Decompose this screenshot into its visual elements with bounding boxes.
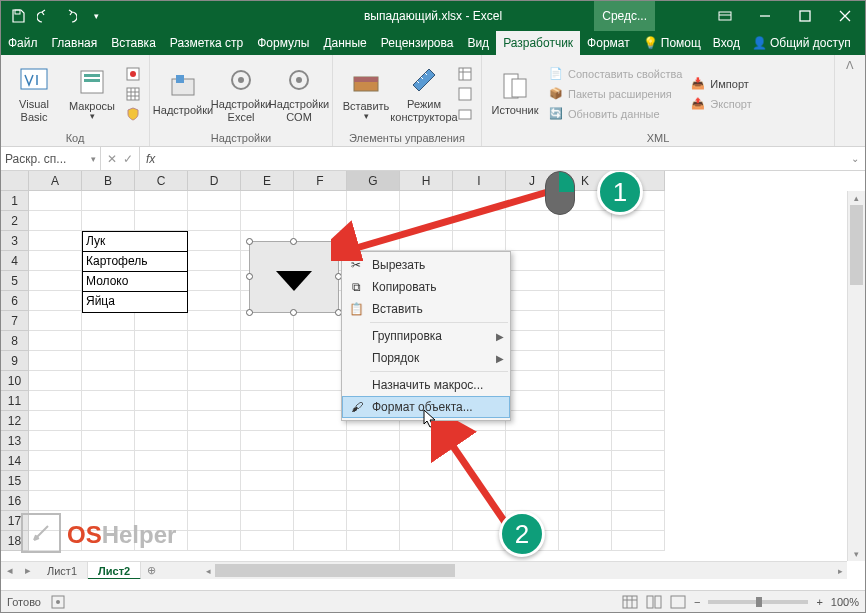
xml-export-button[interactable]: 📤Экспорт [688,95,753,113]
cell[interactable] [559,471,612,491]
cell[interactable] [294,491,347,511]
macro-security-button[interactable] [123,105,143,123]
cell[interactable] [29,351,82,371]
cell[interactable] [135,411,188,431]
cell[interactable] [294,451,347,471]
cell[interactable] [294,511,347,531]
cell[interactable] [29,491,82,511]
relative-refs-button[interactable] [123,85,143,103]
addins-button[interactable]: Надстройки [156,59,210,129]
cell[interactable] [188,431,241,451]
cell[interactable] [135,451,188,471]
signin-button[interactable]: Вход [707,36,746,50]
cell[interactable] [29,451,82,471]
fx-icon[interactable]: fx [140,152,161,166]
zoom-slider[interactable] [708,600,808,604]
cell[interactable] [82,351,135,371]
cell[interactable] [559,351,612,371]
row-header-6[interactable]: 6 [1,291,29,311]
com-addins-button[interactable]: Надстройки COM [272,59,326,129]
tab-format[interactable]: Формат [580,31,637,55]
cell[interactable] [188,491,241,511]
cell[interactable] [241,391,294,411]
cell[interactable] [29,431,82,451]
design-mode-button[interactable]: Режим конструктора [397,59,451,129]
name-box[interactable]: Раскр. сп...▾ [1,147,101,170]
tab-developer[interactable]: Разработчик [496,31,580,55]
undo-icon[interactable] [33,5,55,27]
cell[interactable] [241,191,294,211]
cell[interactable] [559,451,612,471]
view-page-layout-icon[interactable] [646,595,662,609]
cell[interactable] [29,411,82,431]
zoom-out-icon[interactable]: − [694,596,700,608]
cell[interactable] [241,331,294,351]
row-header-16[interactable]: 16 [1,491,29,511]
new-sheet-icon[interactable]: ⊕ [141,564,162,577]
cell[interactable] [241,431,294,451]
cell[interactable] [29,331,82,351]
cell[interactable] [612,291,665,311]
cell[interactable] [506,291,559,311]
qat-dropdown-icon[interactable]: ▾ [85,5,107,27]
cell[interactable] [82,431,135,451]
save-icon[interactable] [7,5,29,27]
formula-input[interactable] [161,147,845,170]
cell[interactable] [347,531,400,551]
row-header-1[interactable]: 1 [1,191,29,211]
view-normal-icon[interactable] [622,595,638,609]
cell[interactable] [82,211,135,231]
cell[interactable] [559,271,612,291]
cell[interactable] [135,331,188,351]
cell[interactable] [347,431,400,451]
ribbon-options-icon[interactable] [705,1,745,31]
select-all-corner[interactable] [1,171,29,191]
view-page-break-icon[interactable] [670,595,686,609]
maximize-button[interactable] [785,1,825,31]
cell[interactable] [29,271,82,291]
tab-formulas[interactable]: Формулы [250,31,316,55]
cell[interactable] [559,211,612,231]
cell[interactable] [29,231,82,251]
col-header-E[interactable]: E [241,171,294,191]
cell[interactable] [506,331,559,351]
cell[interactable] [506,351,559,371]
cell[interactable] [82,491,135,511]
macro-record-status-icon[interactable] [51,595,65,609]
tab-data[interactable]: Данные [316,31,373,55]
row-header-4[interactable]: 4 [1,251,29,271]
view-code-button[interactable] [455,85,475,103]
cell[interactable] [559,531,612,551]
cell[interactable] [347,471,400,491]
cell[interactable] [82,451,135,471]
insert-control-button[interactable]: Вставить▾ [339,59,393,129]
run-dialog-button[interactable] [455,105,475,123]
cell[interactable] [82,311,135,331]
cell[interactable] [29,291,82,311]
row-header-5[interactable]: 5 [1,271,29,291]
zoom-in-icon[interactable]: + [816,596,822,608]
cell[interactable] [347,491,400,511]
cell[interactable] [241,471,294,491]
minimize-button[interactable] [745,1,785,31]
xml-import-button[interactable]: 📥Импорт [688,75,753,93]
close-button[interactable] [825,1,865,31]
cell[interactable] [188,411,241,431]
cell[interactable] [241,371,294,391]
col-header-D[interactable]: D [188,171,241,191]
cell[interactable] [559,391,612,411]
cell[interactable] [188,531,241,551]
cell[interactable] [612,431,665,451]
cell[interactable] [294,471,347,491]
cell[interactable] [82,391,135,411]
cancel-icon[interactable]: ✕ [107,152,117,166]
cell[interactable] [612,251,665,271]
menu-assign-macro[interactable]: Назначить макрос... [342,374,510,396]
row-header-3[interactable]: 3 [1,231,29,251]
cell[interactable] [612,471,665,491]
cell[interactable] [506,371,559,391]
cell[interactable] [559,331,612,351]
cell[interactable] [294,431,347,451]
cell[interactable] [612,311,665,331]
cell[interactable] [188,311,241,331]
